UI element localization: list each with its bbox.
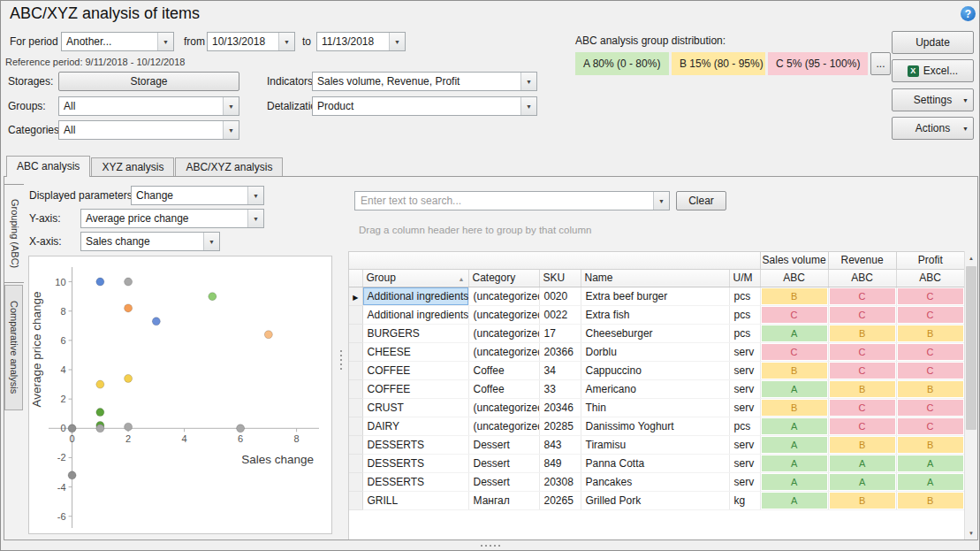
- scroll-down-icon[interactable]: ▼: [965, 526, 977, 540]
- to-date-combobox[interactable]: 11/13/2018 ▼: [316, 32, 406, 51]
- from-date-combobox[interactable]: 10/13/2018 ▼: [207, 32, 295, 51]
- header-group[interactable]: Group ▲: [362, 269, 468, 287]
- cell-revenue-abc[interactable]: B: [828, 379, 896, 398]
- cell-profit-abc[interactable]: B: [896, 379, 964, 398]
- search-input[interactable]: [355, 192, 653, 210]
- chevron-down-icon[interactable]: ▼: [520, 97, 536, 115]
- cell-name[interactable]: Extra beef burger: [581, 287, 729, 305]
- header-revenue-abc[interactable]: ABC: [828, 269, 896, 287]
- header-category[interactable]: Category: [468, 269, 539, 287]
- cell-um[interactable]: serv: [729, 342, 760, 361]
- table-row[interactable]: COFFEECoffee33AmericanoservABB: [349, 379, 964, 398]
- cell-name[interactable]: Danissimo Yoghurt: [581, 417, 729, 435]
- table-row[interactable]: CHEESE(uncategorized)20366DorbluservCCC: [349, 342, 964, 361]
- clear-button[interactable]: Clear: [676, 191, 726, 210]
- chevron-down-icon[interactable]: ▼: [278, 33, 294, 50]
- cell-revenue-abc[interactable]: C: [828, 305, 896, 324]
- vertical-scrollbar[interactable]: ▲ ▼: [964, 251, 977, 540]
- table-row[interactable]: GRILLМангал20265Grilled PorkkgABB: [349, 491, 964, 509]
- cell-group[interactable]: CHEESE: [362, 342, 468, 361]
- cell-category[interactable]: (uncategorized): [468, 324, 539, 342]
- cell-revenue-abc[interactable]: C: [828, 398, 896, 417]
- chevron-down-icon[interactable]: ▼: [203, 233, 219, 250]
- cell-group[interactable]: DESSERTS: [362, 435, 468, 454]
- cell-category[interactable]: Dessert: [468, 472, 539, 491]
- cell-category[interactable]: Coffee: [468, 361, 539, 379]
- search-combobox[interactable]: ▼: [354, 191, 670, 210]
- cell-revenue-abc[interactable]: C: [828, 287, 896, 305]
- group-by-panel[interactable]: Drag a column header here to group by th…: [348, 216, 964, 251]
- table-row[interactable]: Additional ingredients(uncategorized)002…: [349, 305, 964, 324]
- cell-revenue-abc[interactable]: A: [828, 454, 896, 472]
- cell-sku[interactable]: 20346: [539, 398, 581, 417]
- cell-category[interactable]: (uncategorized): [468, 417, 539, 435]
- cell-sku[interactable]: 20265: [539, 491, 581, 509]
- cell-name[interactable]: Dorblu: [581, 342, 729, 361]
- cell-sales-abc[interactable]: C: [760, 342, 828, 361]
- band-profit[interactable]: Profit: [896, 252, 964, 269]
- storage-button[interactable]: Storage: [58, 72, 239, 91]
- cell-um[interactable]: serv: [729, 361, 760, 379]
- cell-sales-abc[interactable]: A: [760, 472, 828, 491]
- cell-name[interactable]: Tiramisu: [581, 435, 729, 454]
- table-row[interactable]: DAIRY(uncategorized)20285Danissimo Yoghu…: [349, 417, 964, 435]
- cell-group[interactable]: DESSERTS: [362, 472, 468, 491]
- cell-um[interactable]: kg: [729, 491, 760, 509]
- cell-um[interactable]: serv: [729, 398, 760, 417]
- cell-um[interactable]: serv: [729, 379, 760, 398]
- chevron-down-icon[interactable]: ▼: [389, 33, 405, 50]
- cell-revenue-abc[interactable]: C: [828, 361, 896, 379]
- cell-category[interactable]: Dessert: [468, 454, 539, 472]
- cell-sales-abc[interactable]: A: [760, 454, 828, 472]
- table-row[interactable]: CRUST(uncategorized)20346ThinservBCC: [349, 398, 964, 417]
- cell-um[interactable]: serv: [729, 472, 760, 491]
- cell-category[interactable]: Мангал: [468, 491, 539, 509]
- cell-um[interactable]: pcs: [729, 324, 760, 342]
- cell-sales-abc[interactable]: A: [760, 491, 828, 509]
- cell-group[interactable]: Additional ingredients: [362, 305, 468, 324]
- cell-name[interactable]: Pancakes: [581, 472, 729, 491]
- cell-category[interactable]: (uncategorized): [468, 305, 539, 324]
- cell-sales-abc[interactable]: C: [760, 305, 828, 324]
- cell-group[interactable]: DAIRY: [362, 417, 468, 435]
- y-axis-combobox[interactable]: Average price change ▼: [80, 209, 264, 228]
- settings-button[interactable]: Settings ▼: [892, 88, 974, 111]
- band-sales-volume[interactable]: Sales volume: [760, 252, 828, 269]
- cell-sales-abc[interactable]: A: [760, 435, 828, 454]
- cell-um[interactable]: pcs: [729, 287, 760, 305]
- cell-name[interactable]: Grilled Pork: [581, 491, 729, 509]
- cell-sales-abc[interactable]: B: [760, 398, 828, 417]
- cell-category[interactable]: Dessert: [468, 435, 539, 454]
- cell-profit-abc[interactable]: B: [896, 491, 964, 509]
- table-row[interactable]: ▶Additional ingredients(uncategorized)00…: [349, 287, 964, 305]
- cell-sku[interactable]: 20308: [539, 472, 581, 491]
- cell-profit-abc[interactable]: C: [896, 398, 964, 417]
- cell-name[interactable]: Cappuccino: [581, 361, 729, 379]
- cell-profit-abc[interactable]: B: [896, 324, 964, 342]
- cell-sku[interactable]: 17: [539, 324, 581, 342]
- cell-group[interactable]: DESSERTS: [362, 454, 468, 472]
- cell-profit-abc[interactable]: C: [896, 361, 964, 379]
- cell-revenue-abc[interactable]: C: [828, 342, 896, 361]
- cell-name[interactable]: Cheeseburger: [581, 324, 729, 342]
- header-name[interactable]: Name: [581, 269, 729, 287]
- cell-group[interactable]: BURGERS: [362, 324, 468, 342]
- cell-um[interactable]: pcs: [729, 417, 760, 435]
- table-row[interactable]: BURGERS(uncategorized)17CheeseburgerpcsA…: [349, 324, 964, 342]
- cell-profit-abc[interactable]: B: [896, 435, 964, 454]
- cell-sales-abc[interactable]: A: [760, 324, 828, 342]
- cell-um[interactable]: serv: [729, 435, 760, 454]
- cell-profit-abc[interactable]: A: [896, 454, 964, 472]
- indicators-combobox[interactable]: Sales volume, Revenue, Profit ▼: [312, 72, 537, 91]
- cell-name[interactable]: Thin: [581, 398, 729, 417]
- cell-sku[interactable]: 33: [539, 379, 581, 398]
- band-revenue[interactable]: Revenue: [828, 252, 896, 269]
- tab-abc-analysis[interactable]: ABC analysis: [6, 156, 90, 177]
- period-combobox[interactable]: Another... ▼: [61, 32, 174, 51]
- help-icon[interactable]: ?: [961, 6, 976, 21]
- chevron-down-icon[interactable]: ▼: [247, 187, 263, 204]
- cell-sales-abc[interactable]: B: [760, 287, 828, 305]
- groups-combobox[interactable]: All ▼: [58, 96, 239, 116]
- actions-button[interactable]: Actions ▼: [892, 117, 974, 140]
- side-tab-grouping-abc[interactable]: Grouping (ABC): [4, 184, 24, 283]
